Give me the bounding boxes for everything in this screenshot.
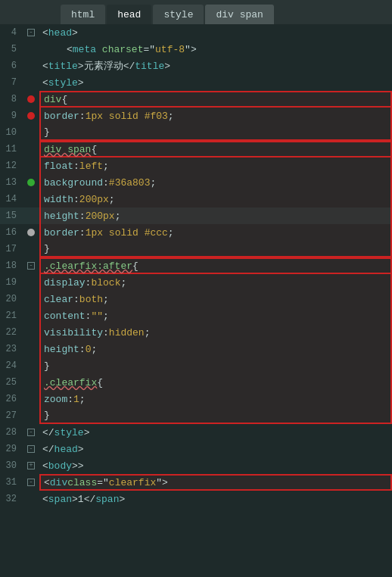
line-8: 8 div{	[0, 91, 392, 108]
line-12: 12 float: left;	[0, 158, 392, 174]
line-30: 30 + <body> >	[0, 457, 392, 474]
line-19: 19 display: block;	[0, 274, 392, 291]
line-15: 15 height: 200px;	[0, 207, 392, 224]
line-20: 20 clear: both;	[0, 291, 392, 307]
line-14: 14 width: 200px;	[0, 191, 392, 207]
collapse-icon[interactable]: -	[27, 429, 35, 436]
line-17: 17 }	[0, 241, 392, 257]
line-31: 31 - <div class="clearfix">	[0, 474, 392, 491]
breakpoint-dot[interactable]	[27, 95, 35, 103]
collapse-icon[interactable]: -	[27, 445, 35, 453]
collapse-icon[interactable]: -	[27, 262, 35, 270]
line-11: 11 div span{	[0, 141, 392, 158]
line-21: 21 content: "";	[0, 307, 392, 324]
breakpoint-dot-white[interactable]	[27, 229, 35, 236]
breakpoint-dot-green[interactable]	[27, 179, 35, 186]
line-28: 28 - </style>	[0, 424, 392, 441]
code-lines: 4 - <head> 5 <meta charset="utf-8"> 6 <t…	[0, 24, 392, 507]
line-13: 13 background:#36a803;	[0, 174, 392, 191]
line-6: 6 <title>元素浮动</title>	[0, 58, 392, 74]
line-32: 32 <span>1</span>	[0, 491, 392, 507]
collapse-icon[interactable]: -	[27, 29, 35, 36]
line-26: 26 zoom: 1;	[0, 391, 392, 407]
line-24: 24 }	[0, 357, 392, 374]
tab-html[interactable]: html	[61, 5, 105, 24]
editor-window: html head style div span 4 - <head> 5	[0, 0, 392, 507]
collapse-icon[interactable]: -	[27, 479, 35, 486]
line-5: 5 <meta charset="utf-8">	[0, 41, 392, 58]
line-7: 7 <style>	[0, 74, 392, 91]
line-4: 4 - <head>	[0, 24, 392, 41]
tab-bar: html head style div span	[0, 0, 392, 24]
line-10: 10 }	[0, 124, 392, 141]
tab-div-span[interactable]: div span	[205, 5, 273, 24]
tab-style[interactable]: style	[153, 5, 204, 24]
line-9: 9 border: 1px solid #f03;	[0, 108, 392, 124]
line-29: 29 - </head>	[0, 441, 392, 457]
line-22: 22 visibility: hidden;	[0, 324, 392, 341]
tab-head[interactable]: head	[107, 5, 151, 24]
line-18: 18 - .clearfix:after{	[0, 257, 392, 274]
line-23: 23 height: 0;	[0, 341, 392, 357]
line-27: 27 }	[0, 407, 392, 424]
line-16: 16 border: 1px solid #ccc;	[0, 224, 392, 241]
expand-icon[interactable]: +	[27, 462, 35, 469]
line-25: 25 .clearfix{	[0, 374, 392, 391]
breakpoint-dot[interactable]	[27, 112, 35, 120]
code-editor: 4 - <head> 5 <meta charset="utf-8"> 6 <t…	[0, 24, 392, 507]
